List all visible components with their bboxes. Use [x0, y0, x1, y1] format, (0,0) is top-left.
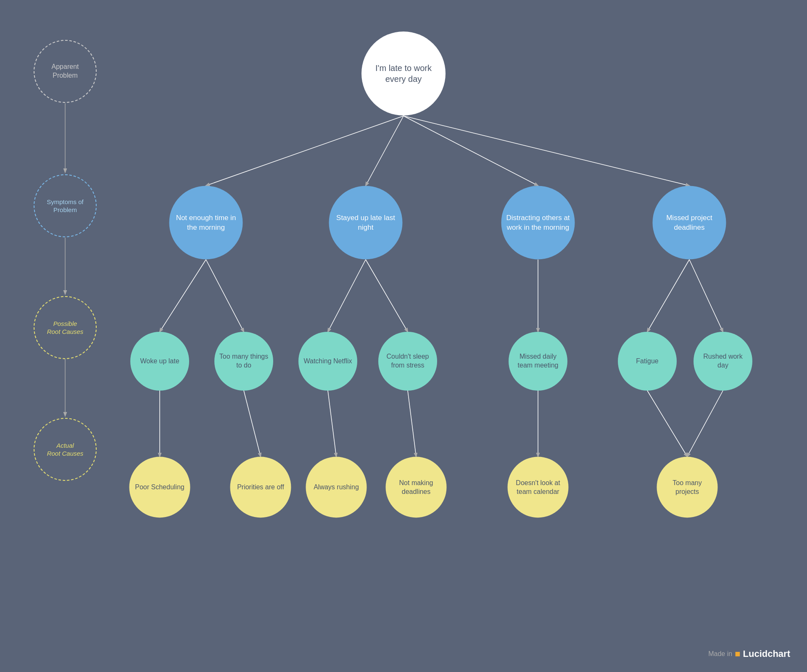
- svg-line-10: [366, 260, 408, 332]
- cause-node-7[interactable]: Rushed work day: [694, 332, 752, 391]
- svg-line-8: [206, 260, 244, 332]
- cause-node-1[interactable]: Woke up late: [130, 332, 189, 391]
- diagram-canvas: Apparent Problem Symptoms of Problem Pos…: [0, 0, 807, 672]
- root-node-1[interactable]: Poor Scheduling: [129, 457, 190, 518]
- brand-lucidchart: Lucidchart: [743, 648, 790, 659]
- cause-node-5[interactable]: Missed daily team meeting: [509, 332, 567, 391]
- main-problem-node[interactable]: I'm late to work every day: [361, 32, 446, 116]
- root-node-3[interactable]: Always rushing: [306, 457, 367, 518]
- symptom-node-1[interactable]: Not enough time in the morning: [169, 186, 243, 260]
- svg-line-15: [244, 391, 261, 457]
- svg-line-3: [206, 116, 404, 186]
- symptom-node-3[interactable]: Distracting others at work in the mornin…: [501, 186, 575, 260]
- cause-node-3[interactable]: Watching Netflix: [298, 332, 357, 391]
- apparent-problem-node: Apparent Problem: [34, 40, 97, 103]
- svg-line-19: [647, 391, 687, 457]
- root-node-2[interactable]: Priorities are off: [230, 457, 291, 518]
- symptom-node-4[interactable]: Missed project deadlines: [653, 186, 726, 260]
- svg-line-17: [408, 391, 416, 457]
- cause-node-2[interactable]: Too many things to do: [214, 332, 273, 391]
- symptoms-node: Symptoms of Problem: [34, 174, 97, 237]
- cause-node-6[interactable]: Fatigue: [618, 332, 677, 391]
- svg-line-13: [689, 260, 723, 332]
- symptom-node-2[interactable]: Stayed up late last night: [329, 186, 403, 260]
- brand-name: ■ Lucidchart: [735, 648, 790, 659]
- root-node-6[interactable]: Too many projects: [657, 457, 718, 518]
- root-node-4[interactable]: Not making deadlines: [386, 457, 447, 518]
- svg-line-5: [404, 116, 538, 186]
- svg-line-9: [328, 260, 366, 332]
- svg-line-7: [160, 260, 206, 332]
- possible-root-node: PossibleRoot Causes: [34, 296, 97, 359]
- cause-node-4[interactable]: Couldn't sleep from stress: [378, 332, 437, 391]
- svg-line-12: [647, 260, 689, 332]
- actual-root-node: ActualRoot Causes: [34, 418, 97, 481]
- brand-lc: ■: [735, 648, 743, 659]
- svg-line-16: [328, 391, 336, 457]
- svg-line-6: [404, 116, 689, 186]
- made-in-text: Made in: [708, 650, 732, 658]
- svg-line-20: [687, 391, 723, 457]
- root-node-5[interactable]: Doesn't look at team calendar: [508, 457, 569, 518]
- svg-line-4: [366, 116, 404, 186]
- lucidchart-logo[interactable]: Made in ■ Lucidchart: [708, 648, 790, 659]
